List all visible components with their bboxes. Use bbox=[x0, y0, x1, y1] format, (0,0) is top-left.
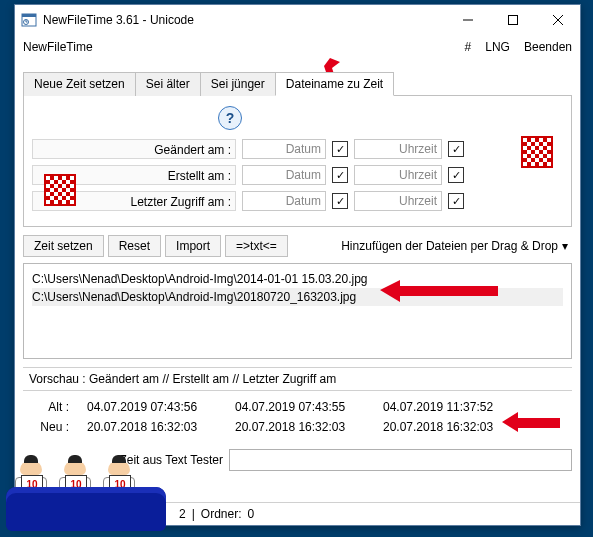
label-modified: Geändert am : bbox=[32, 139, 236, 159]
svg-rect-1 bbox=[22, 14, 36, 17]
drag-drop-text: Hinzufügen der Dateien per Drag & Drop bbox=[341, 239, 558, 253]
menu-exit[interactable]: Beenden bbox=[524, 40, 572, 54]
preview-row-new: Neu : 20.07.2018 16:32:03 20.07.2018 16:… bbox=[29, 417, 566, 437]
actionbar: Zeit setzen Reset Import =>txt<= Hinzufü… bbox=[23, 235, 572, 257]
tab-panel: ? Geändert am : Datum ✓ Uhrzeit ✓ Erstel… bbox=[23, 96, 572, 227]
accessed-date-input[interactable]: Datum bbox=[242, 191, 326, 211]
set-time-button[interactable]: Zeit setzen bbox=[23, 235, 104, 257]
file-list[interactable]: C:\Users\Nenad\Desktop\Android-Img\2014-… bbox=[23, 263, 572, 359]
judges-illustration: 10 10 10 bbox=[6, 447, 166, 531]
txt-button[interactable]: =>txt<= bbox=[225, 235, 288, 257]
menu-app[interactable]: NewFileTime bbox=[23, 40, 93, 54]
accessed-time-checkbox[interactable]: ✓ bbox=[448, 193, 464, 209]
content: Neue Zeit setzen Sei älter Sei jünger Da… bbox=[15, 59, 580, 477]
reset-button[interactable]: Reset bbox=[108, 235, 161, 257]
modified-date-input[interactable]: Datum bbox=[242, 139, 326, 159]
row-modified: Geändert am : Datum ✓ Uhrzeit ✓ bbox=[32, 136, 563, 162]
window-controls bbox=[445, 5, 580, 35]
row-accessed: Letzter Zugriff am : Datum ✓ Uhrzeit ✓ bbox=[32, 188, 563, 214]
new-modified: 20.07.2018 16:32:03 bbox=[87, 420, 217, 434]
menu-lng[interactable]: LNG bbox=[485, 40, 510, 54]
menubar: NewFileTime # LNG Beenden bbox=[15, 35, 580, 59]
import-button[interactable]: Import bbox=[165, 235, 221, 257]
list-item[interactable]: C:\Users\Nenad\Desktop\Android-Img\20180… bbox=[32, 288, 563, 306]
svg-rect-3 bbox=[508, 16, 517, 25]
tab-be-older[interactable]: Sei älter bbox=[135, 72, 201, 96]
drag-drop-label[interactable]: Hinzufügen der Dateien per Drag & Drop ▾ bbox=[341, 239, 572, 253]
created-time-checkbox[interactable]: ✓ bbox=[448, 167, 464, 183]
chevron-down-icon: ▾ bbox=[562, 239, 568, 253]
app-icon bbox=[21, 12, 37, 28]
created-date-checkbox[interactable]: ✓ bbox=[332, 167, 348, 183]
list-item[interactable]: C:\Users\Nenad\Desktop\Android-Img\2014-… bbox=[32, 270, 563, 288]
text-tester-input[interactable] bbox=[229, 449, 572, 471]
old-created: 04.07.2019 07:43:55 bbox=[235, 400, 365, 414]
new-label: Neu : bbox=[29, 420, 69, 434]
modified-time-checkbox[interactable]: ✓ bbox=[448, 141, 464, 157]
menu-hash[interactable]: # bbox=[465, 40, 472, 54]
help-icon[interactable]: ? bbox=[218, 106, 242, 130]
calendar-tool-left-icon[interactable] bbox=[44, 174, 76, 206]
accessed-time-input[interactable]: Uhrzeit bbox=[354, 191, 442, 211]
modified-date-checkbox[interactable]: ✓ bbox=[332, 141, 348, 157]
maximize-button[interactable] bbox=[490, 5, 535, 35]
calendar-tool-right-icon[interactable] bbox=[521, 136, 553, 168]
tab-be-younger[interactable]: Sei jünger bbox=[200, 72, 276, 96]
status-file-count: 2 bbox=[179, 507, 186, 521]
minimize-button[interactable] bbox=[445, 5, 490, 35]
tab-set-new-time[interactable]: Neue Zeit setzen bbox=[23, 72, 136, 96]
tab-filename-to-time[interactable]: Dateiname zu Zeit bbox=[275, 72, 394, 96]
titlebar: NewFileTime 3.61 - Unicode bbox=[15, 5, 580, 35]
preview-rows: Alt : 04.07.2019 07:43:56 04.07.2019 07:… bbox=[23, 391, 572, 443]
tabstrip: Neue Zeit setzen Sei älter Sei jünger Da… bbox=[23, 71, 572, 96]
window-title: NewFileTime 3.61 - Unicode bbox=[43, 13, 445, 27]
row-created: Erstellt am : Datum ✓ Uhrzeit ✓ bbox=[32, 162, 563, 188]
new-created: 20.07.2018 16:32:03 bbox=[235, 420, 365, 434]
status-folder-label: Ordner: bbox=[201, 507, 242, 521]
close-button[interactable] bbox=[535, 5, 580, 35]
preview-row-old: Alt : 04.07.2019 07:43:56 04.07.2019 07:… bbox=[29, 397, 566, 417]
new-accessed: 20.07.2018 16:32:03 bbox=[383, 420, 513, 434]
preview-header: Vorschau : Geändert am // Erstellt am //… bbox=[23, 367, 572, 391]
created-time-input[interactable]: Uhrzeit bbox=[354, 165, 442, 185]
old-accessed: 04.07.2019 11:37:52 bbox=[383, 400, 513, 414]
accessed-date-checkbox[interactable]: ✓ bbox=[332, 193, 348, 209]
created-date-input[interactable]: Datum bbox=[242, 165, 326, 185]
modified-time-input[interactable]: Uhrzeit bbox=[354, 139, 442, 159]
old-label: Alt : bbox=[29, 400, 69, 414]
old-modified: 04.07.2019 07:43:56 bbox=[87, 400, 217, 414]
status-folder-count: 0 bbox=[248, 507, 255, 521]
